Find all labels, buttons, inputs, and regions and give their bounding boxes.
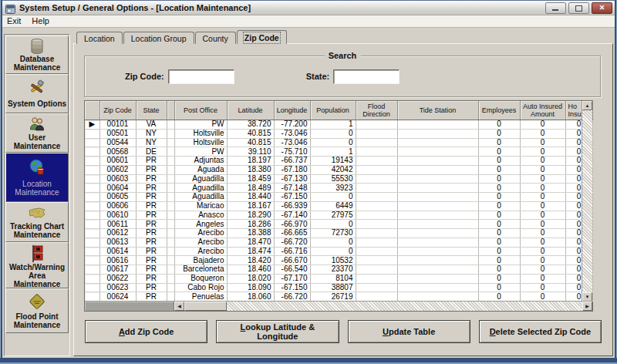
cell-tide-station[interactable]	[397, 193, 478, 202]
table-row[interactable]: 00602PRAguada18.380-67.18042042000	[85, 165, 592, 174]
update-table-button[interactable]: Update Table	[348, 320, 470, 343]
cell-latitude[interactable]: 18.420	[227, 256, 274, 265]
cell-tide-station[interactable]	[397, 120, 478, 130]
cell-zip-code[interactable]: 00623	[99, 283, 136, 292]
cell-auto-insured-amount[interactable]: 0	[520, 184, 565, 193]
cell-latitude[interactable]: 39.110	[227, 147, 274, 157]
cell-tide-station[interactable]	[397, 184, 478, 193]
cell-post-office[interactable]: Cabo Rojo	[174, 283, 227, 292]
row-selector-cell[interactable]	[85, 274, 99, 283]
cell-employees[interactable]: 0	[478, 120, 520, 130]
cell-zip-code[interactable]: 00606	[99, 201, 136, 211]
cell-state[interactable]: VA	[136, 120, 167, 130]
zip-code-input[interactable]	[168, 69, 234, 84]
table-row[interactable]: 00605PRAguadilla18.440-67.1500000	[85, 193, 592, 202]
cell-flood-direction[interactable]	[356, 147, 397, 157]
cell-flood-direction[interactable]	[356, 120, 397, 130]
row-selector-cell[interactable]	[85, 147, 99, 157]
cell-longitude[interactable]: -67.148	[274, 184, 310, 193]
cell-auto-insured-amount[interactable]: 0	[520, 283, 565, 292]
cell-employees[interactable]: 0	[478, 229, 520, 238]
cell-longitude[interactable]: -75.710	[274, 147, 310, 157]
row-selector-cell[interactable]	[85, 193, 99, 202]
cell-zip-code[interactable]: 00617	[99, 265, 136, 275]
delete-selected-zip-code-button[interactable]: Delete Selected Zip Code	[479, 320, 602, 343]
column-header-population[interactable]: Population	[310, 101, 356, 120]
cell-population[interactable]: 26719	[310, 292, 356, 302]
cell-longitude[interactable]: -67.140	[274, 211, 310, 220]
cell-employees[interactable]: 0	[478, 247, 520, 256]
cell-tide-station[interactable]	[397, 265, 478, 275]
title-bar[interactable]: System Setup / General Options - [Locati…	[0, 0, 617, 15]
cell-state[interactable]: PR	[136, 238, 167, 247]
cell-state[interactable]: PR	[136, 283, 167, 292]
lookup-latitude-longitude-button[interactable]: Lookup Latitude & Longitude	[216, 320, 339, 343]
cell-longitude[interactable]: -73.046	[274, 138, 310, 147]
row-selector-cell[interactable]	[85, 174, 99, 184]
cell-flood-direction[interactable]	[356, 165, 397, 174]
cell-flood-direction[interactable]	[356, 247, 397, 256]
cell-population[interactable]: 23370	[310, 265, 356, 275]
close-button[interactable]: ✕	[592, 2, 612, 14]
cell-population[interactable]: 19143	[310, 157, 356, 166]
cell-zip-code[interactable]: 00501	[99, 129, 136, 138]
cell-latitude[interactable]: 18.286	[227, 220, 274, 229]
tab-county[interactable]: County	[195, 32, 236, 44]
cell-tide-station[interactable]	[397, 274, 478, 283]
cell-longitude[interactable]: -66.737	[274, 157, 310, 166]
row-selector-cell[interactable]	[85, 211, 99, 220]
column-header-flood-direction[interactable]: Flood Direction	[356, 101, 397, 120]
cell-post-office[interactable]: Arecibo	[174, 229, 227, 238]
cell-state[interactable]: PR	[136, 229, 167, 238]
cell-longitude[interactable]: -67.130	[274, 174, 310, 184]
cell-state[interactable]: PR	[136, 211, 167, 220]
cell-employees[interactable]: 0	[478, 157, 520, 166]
tab-location-group[interactable]: Location Group	[123, 32, 194, 44]
cell-latitude[interactable]: 40.815	[227, 129, 274, 138]
cell-auto-insured-amount[interactable]: 0	[520, 256, 565, 265]
scroll-right-button[interactable]: ▶	[582, 302, 592, 311]
cell-state[interactable]: PR	[136, 256, 167, 265]
cell-auto-insured-amount[interactable]: 0	[520, 120, 565, 130]
cell-employees[interactable]: 0	[478, 220, 520, 229]
cell-flood-direction[interactable]	[356, 274, 397, 283]
cell-latitude[interactable]: 18.388	[227, 229, 274, 238]
column-header-employees[interactable]: Employees	[478, 101, 520, 120]
row-selector-cell[interactable]: ▶	[85, 120, 99, 130]
cell-zip-code[interactable]: 00613	[99, 238, 136, 247]
cell-zip-code[interactable]: 00616	[99, 256, 136, 265]
cell-tide-station[interactable]	[397, 238, 478, 247]
cell-longitude[interactable]: -66.720	[274, 292, 310, 302]
cell-zip-code[interactable]: 00602	[99, 165, 136, 174]
table-row[interactable]: 00603PRAguadilla18.459-67.13055530000	[85, 174, 592, 184]
cell-state[interactable]: PR	[136, 201, 167, 211]
cell-tide-station[interactable]	[397, 220, 478, 229]
cell-population[interactable]: 27975	[310, 211, 356, 220]
cell-longitude[interactable]: -67.170	[274, 274, 310, 283]
cell-auto-insured-amount[interactable]: 0	[520, 229, 565, 238]
cell-longitude[interactable]: -66.939	[274, 201, 310, 211]
cell-post-office[interactable]: Aguadilla	[174, 193, 227, 202]
table-row[interactable]: 00613PRArecibo18.470-66.7200000	[85, 238, 592, 247]
horizontal-scrollbar[interactable]: ◀ ▶	[85, 301, 592, 311]
cell-population[interactable]: 0	[310, 193, 356, 202]
cell-latitude[interactable]: 18.090	[227, 283, 274, 292]
cell-auto-insured-amount[interactable]: 0	[520, 129, 565, 138]
cell-zip-code[interactable]: 00611	[99, 220, 136, 229]
cell-flood-direction[interactable]	[356, 129, 397, 138]
cell-auto-insured-amount[interactable]: 0	[520, 292, 565, 302]
cell-zip-code[interactable]: 00624	[99, 292, 136, 302]
table-row[interactable]: 00623PRCabo Rojo18.090-67.15038807000	[85, 283, 592, 292]
row-selector-cell[interactable]	[85, 247, 99, 256]
cell-employees[interactable]: 0	[478, 265, 520, 275]
table-row[interactable]: 00622PRBoqueron18.020-67.1708104000	[85, 274, 592, 283]
row-selector-cell[interactable]	[85, 256, 99, 265]
cell-flood-direction[interactable]	[356, 184, 397, 193]
column-header-latitude[interactable]: Latitude	[227, 101, 274, 120]
cell-post-office[interactable]: Aguadilla	[174, 184, 227, 193]
row-selector-cell[interactable]	[85, 283, 99, 292]
cell-latitude[interactable]: 18.290	[227, 211, 274, 220]
table-row[interactable]: 00611PRAngeles18.286-66.9700000	[85, 220, 592, 229]
cell-flood-direction[interactable]	[356, 193, 397, 202]
cell-population[interactable]: 8104	[310, 274, 356, 283]
